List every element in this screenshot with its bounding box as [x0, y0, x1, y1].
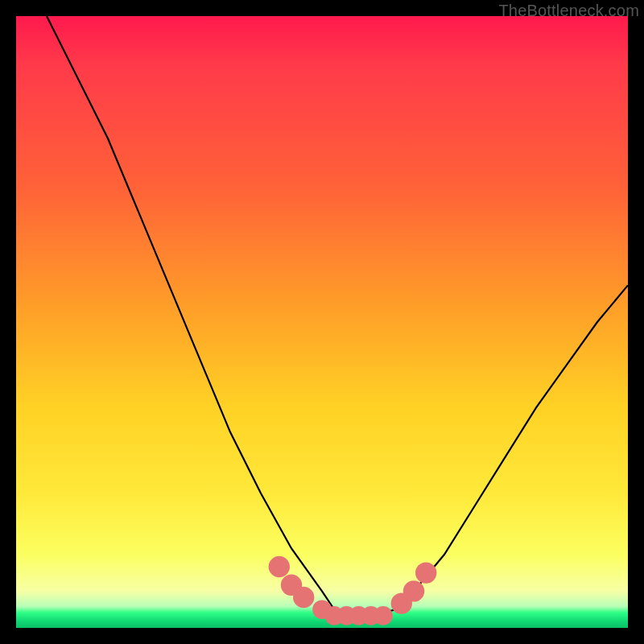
- curve-markers: [269, 556, 437, 625]
- curve-marker: [415, 562, 436, 583]
- curve-marker: [293, 587, 314, 608]
- curve-marker: [269, 556, 290, 577]
- curve-marker: [374, 606, 393, 625]
- bottleneck-curve-svg: [16, 16, 628, 628]
- chart-frame: TheBottleneck.com: [0, 0, 644, 644]
- plot-area: [16, 16, 628, 628]
- watermark-text: TheBottleneck.com: [498, 2, 639, 20]
- curve-marker: [403, 580, 424, 601]
- bottleneck-curve: [47, 16, 628, 616]
